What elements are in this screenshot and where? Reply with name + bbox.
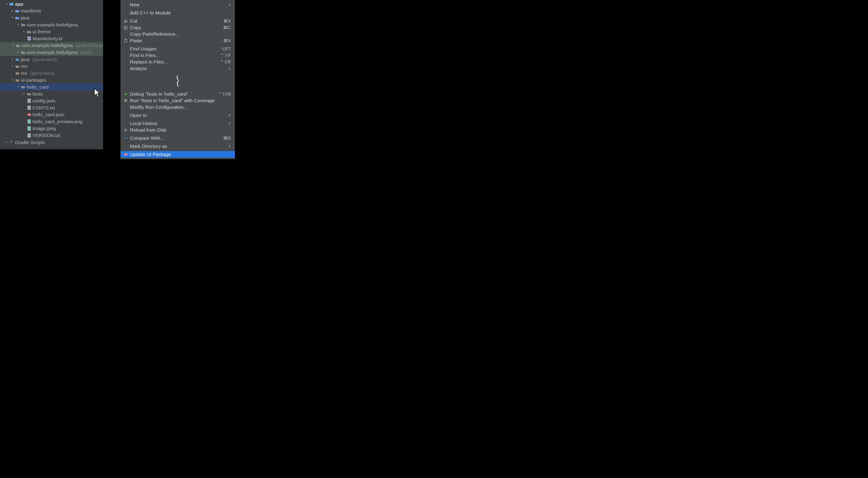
tree-label: com.example.hellofigma <box>27 22 78 27</box>
menu-item[interactable]: Paste⌘V <box>121 37 235 44</box>
menu-item[interactable]: Add C++ to Module <box>121 9 235 16</box>
tree-label: image.jpeg <box>33 126 56 131</box>
collapse-arrow-icon[interactable] <box>12 44 15 47</box>
tree-label: manifests <box>21 8 41 13</box>
svg-rect-28 <box>125 27 127 29</box>
tree-row[interactable]: ui.theme <box>0 28 103 35</box>
collapse-arrow-icon[interactable] <box>23 93 26 95</box>
svg-rect-14 <box>28 120 30 122</box>
tree-row[interactable]: res <box>0 63 103 70</box>
tree-row[interactable]: hello_card <box>0 84 103 90</box>
tree-suffix: (test) <box>81 50 91 55</box>
tree-row[interactable]: Gradle Scripts <box>0 139 103 146</box>
gen-folder-icon <box>16 57 20 61</box>
collapse-arrow-icon[interactable] <box>17 51 20 53</box>
txt-file-icon <box>27 106 31 110</box>
collapse-arrow-icon[interactable] <box>5 141 8 143</box>
menu-item[interactable]: Copy⌘C <box>121 24 235 31</box>
svg-line-33 <box>124 94 125 94</box>
svg-rect-4 <box>18 80 19 81</box>
submenu-chevron-icon <box>228 114 231 117</box>
tree-label: ui.theme <box>33 29 51 34</box>
menu-item[interactable]: Debug 'Tests in 'hello_card''⌃⇧F9 <box>121 91 235 97</box>
menu-collapsed-indicator-icon <box>121 73 235 89</box>
collapse-arrow-icon[interactable] <box>11 58 14 60</box>
tree-row[interactable]: com.example.hellofigma(androidTest) <box>0 42 103 49</box>
menu-item[interactable]: Local History <box>121 120 235 127</box>
tree-label: fonts <box>33 92 43 96</box>
tree-row[interactable]: fonts <box>0 90 103 97</box>
menu-item[interactable]: Analyze <box>121 65 235 72</box>
menu-item[interactable]: Find Usages⌥F7 <box>121 46 235 52</box>
tree-row[interactable]: MainActivity.kt <box>0 35 103 42</box>
expand-arrow-icon[interactable] <box>5 3 8 5</box>
menu-item-label: Find in Files... <box>130 53 218 58</box>
menu-shortcut: ⌘V <box>223 38 231 43</box>
tree-row[interactable]: VERSION.txt <box>0 132 103 139</box>
relay-file-icon <box>27 113 31 117</box>
tree-label: res <box>21 71 27 76</box>
collapse-arrow-icon[interactable] <box>23 31 26 33</box>
tree-suffix: (generated) <box>30 71 55 76</box>
svg-point-12 <box>29 114 31 116</box>
copy-icon <box>123 25 128 30</box>
menu-item-label: Copy Path/Reference... <box>130 31 231 37</box>
menu-item[interactable]: Reload from Disk <box>121 127 235 133</box>
menu-item[interactable]: New <box>121 1 235 8</box>
module-folder-icon <box>9 2 13 6</box>
menu-item[interactable]: Compare With...⌘D <box>121 135 235 141</box>
tree-row[interactable]: manifests <box>0 7 103 14</box>
menu-item[interactable]: Replace in Files...⌃⇧R <box>121 59 235 65</box>
collapse-arrow-icon[interactable] <box>11 65 14 67</box>
menu-item-label: Mark Directory as <box>130 144 226 149</box>
menu-item[interactable]: Copy Path/Reference... <box>121 31 235 37</box>
tree-row[interactable]: hello_card.json <box>0 111 103 118</box>
menu-item-label: Run 'Tests in 'hello_card'' with Coverag… <box>130 98 231 103</box>
collapse-arrow-icon[interactable] <box>11 10 14 12</box>
tree-label: java <box>21 57 30 62</box>
tree-label: ui-packages <box>21 78 46 82</box>
menu-separator <box>121 44 235 45</box>
tree-row[interactable]: FONTS.txt <box>0 104 103 111</box>
expand-arrow-icon[interactable] <box>11 79 14 81</box>
menu-item[interactable]: Cut⌘X <box>121 18 235 24</box>
menu-item[interactable]: Modify Run Configuration... <box>121 104 235 110</box>
tree-row[interactable]: ui-packages <box>0 77 103 84</box>
menu-item[interactable]: Update UI Package <box>121 151 235 158</box>
svg-line-34 <box>127 94 127 94</box>
expand-arrow-icon[interactable] <box>17 86 20 88</box>
tree-label: com.example.hellofigma <box>22 43 72 48</box>
folder-grey-icon <box>21 50 25 54</box>
menu-item-label: Add C++ to Module <box>130 10 231 16</box>
tree-row[interactable]: hello_card_preview.png <box>0 118 103 125</box>
menu-item-label: Copy <box>130 25 221 30</box>
expand-arrow-icon[interactable] <box>17 24 20 26</box>
expand-arrow-icon[interactable] <box>11 17 14 19</box>
submenu-chevron-icon <box>228 3 231 6</box>
tree-label: hello_card.json <box>33 112 64 117</box>
txt-file-icon <box>27 133 31 138</box>
menu-item[interactable]: Mark Directory as <box>121 143 235 149</box>
res-folder-icon <box>16 71 20 75</box>
compare-icon <box>123 136 128 141</box>
tree-row[interactable]: app <box>0 0 103 7</box>
tree-row[interactable]: com.example.hellofigma <box>0 21 103 28</box>
tree-row[interactable]: {}config.json <box>0 97 103 104</box>
tree-row[interactable]: image.jpeg <box>0 125 103 132</box>
context-menu[interactable]: NewAdd C++ to ModuleCut⌘XCopy⌘CCopy Path… <box>121 0 235 159</box>
tree-row[interactable]: java <box>0 14 103 21</box>
menu-shortcut: ⌃⇧R <box>220 59 231 65</box>
menu-item-label: Compare With... <box>130 136 221 141</box>
tree-row[interactable]: com.example.hellofigma(test) <box>0 49 103 56</box>
menu-item[interactable]: Find in Files...⌃⇧F <box>121 52 235 59</box>
menu-item[interactable]: Open In <box>121 112 235 118</box>
project-tree-panel[interactable]: appmanifestsjavacom.example.hellofigmaui… <box>0 0 103 149</box>
tree-row[interactable]: res(generated) <box>0 70 103 77</box>
menu-separator <box>121 119 235 119</box>
menu-shortcut: ⌘X <box>223 18 231 24</box>
relay-pink-icon <box>123 152 128 157</box>
cut-icon <box>123 19 128 24</box>
folder-grey-icon <box>21 23 25 27</box>
tree-row[interactable]: java(generated) <box>0 56 103 63</box>
menu-item[interactable]: Run 'Tests in 'hello_card'' with Coverag… <box>121 97 235 104</box>
